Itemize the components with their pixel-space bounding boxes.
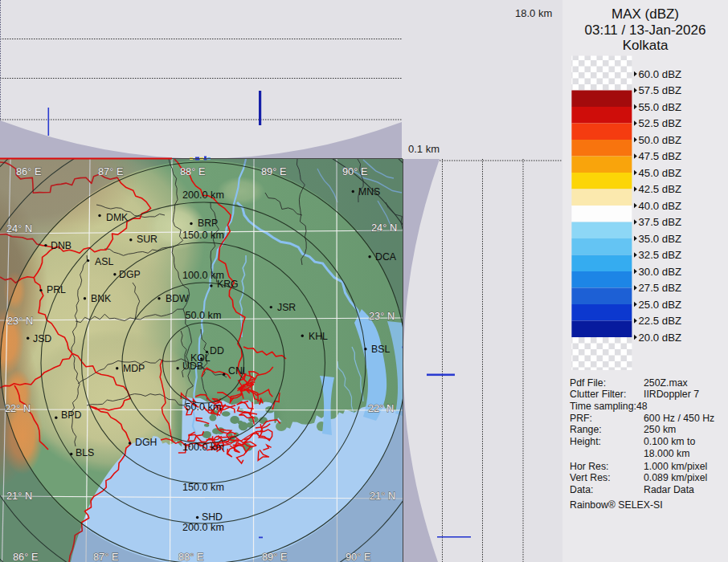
svg-text:90° E: 90° E [342, 165, 367, 177]
svg-text:DNB: DNB [51, 240, 72, 251]
svg-text:MAX (dBZ): MAX (dBZ) [611, 6, 679, 22]
svg-text:Time sampling:48: Time sampling:48 [570, 401, 648, 412]
svg-text:CNI: CNI [228, 365, 245, 377]
svg-text:52.5 dBZ: 52.5 dBZ [639, 117, 682, 129]
svg-text:Clutter Filter:: Clutter Filter: [570, 389, 626, 400]
svg-text:50.0 km: 50.0 km [186, 310, 222, 321]
svg-text:Hor Res:: Hor Res: [570, 461, 609, 472]
svg-text:30.0 dBZ: 30.0 dBZ [639, 266, 682, 278]
svg-text:60.0 dBZ: 60.0 dBZ [639, 68, 682, 80]
svg-text:45.0 dBZ: 45.0 dBZ [639, 167, 682, 179]
svg-text:0.1 km: 0.1 km [408, 143, 440, 155]
svg-text:250Z.max: 250Z.max [644, 377, 689, 389]
svg-text:90° E: 90° E [346, 551, 370, 562]
svg-text:88° E: 88° E [180, 165, 205, 177]
svg-text:21° N: 21° N [370, 490, 395, 502]
svg-text:BDW: BDW [166, 293, 189, 304]
svg-text:DCA: DCA [375, 251, 397, 263]
svg-text:24° N: 24° N [371, 222, 397, 234]
svg-text:DMK: DMK [106, 212, 129, 223]
svg-text:PRF:: PRF: [570, 413, 592, 424]
svg-text:25.0 dBZ: 25.0 dBZ [639, 299, 682, 311]
svg-text:200.0 km: 200.0 km [182, 189, 224, 201]
svg-text:40.0 dBZ: 40.0 dBZ [639, 200, 682, 212]
svg-text:Range:: Range: [570, 424, 602, 435]
svg-text:KHL: KHL [309, 331, 328, 342]
svg-text:150.0 km: 150.0 km [182, 482, 224, 493]
svg-text:22° N: 22° N [5, 402, 31, 414]
svg-text:03:11 / 13-Jan-2026: 03:11 / 13-Jan-2026 [585, 22, 706, 38]
svg-text:SHD: SHD [202, 511, 223, 523]
svg-text:BNK: BNK [91, 293, 112, 304]
svg-text:50.0 km: 50.0 km [186, 401, 222, 413]
svg-text:JSD: JSD [33, 333, 51, 344]
svg-text:JSR: JSR [277, 302, 296, 313]
svg-text:0.089 km/pixel: 0.089 km/pixel [644, 472, 707, 483]
svg-text:Vert Res:: Vert Res: [570, 472, 611, 483]
svg-text:MDP: MDP [123, 363, 145, 374]
svg-text:BPD: BPD [61, 409, 81, 421]
svg-text:100.0 km: 100.0 km [182, 442, 224, 453]
svg-text:18.0 km: 18.0 km [515, 7, 552, 19]
svg-text:35.0 dBZ: 35.0 dBZ [639, 233, 682, 245]
svg-text:ASL: ASL [95, 256, 113, 267]
svg-text:BSL: BSL [371, 344, 390, 355]
svg-text:Height:: Height: [570, 436, 601, 447]
svg-text:32.5 dBZ: 32.5 dBZ [639, 249, 682, 261]
svg-text:250 km: 250 km [644, 424, 676, 435]
svg-text:88° E: 88° E [178, 551, 203, 562]
svg-text:Rainbow® SELEX-SI: Rainbow® SELEX-SI [570, 499, 663, 511]
svg-text:21° N: 21° N [6, 490, 32, 502]
svg-text:200.0 km: 200.0 km [182, 522, 224, 533]
svg-text:50.0 dBZ: 50.0 dBZ [639, 134, 682, 146]
svg-text:PRL: PRL [47, 284, 66, 295]
svg-text:22° N: 22° N [368, 402, 394, 414]
svg-text:24° N: 24° N [6, 222, 32, 234]
svg-text:89° E: 89° E [262, 551, 287, 562]
svg-text:UDB: UDB [182, 360, 203, 372]
svg-text:20.0 dBZ: 20.0 dBZ [639, 332, 682, 344]
svg-text:Radar Data: Radar Data [644, 484, 694, 495]
svg-text:22.5 dBZ: 22.5 dBZ [639, 315, 682, 327]
svg-text:87° E: 87° E [98, 165, 123, 177]
svg-text:23° N: 23° N [369, 310, 395, 322]
svg-text:57.5 dBZ: 57.5 dBZ [639, 84, 682, 96]
svg-text:87° E: 87° E [93, 551, 118, 562]
svg-text:KRG: KRG [217, 279, 239, 290]
svg-text:47.5 dBZ: 47.5 dBZ [639, 150, 682, 162]
svg-text:Kolkata: Kolkata [623, 38, 669, 53]
svg-text:86° E: 86° E [16, 165, 41, 177]
svg-text:150.0 km: 150.0 km [182, 230, 224, 241]
svg-text:DGP: DGP [119, 269, 141, 280]
svg-text:IIRDoppler 7: IIRDoppler 7 [644, 389, 699, 400]
svg-text:89° E: 89° E [261, 165, 286, 177]
svg-text:DD: DD [210, 345, 224, 356]
svg-text:DGH: DGH [135, 437, 157, 448]
svg-text:BRP: BRP [198, 218, 218, 229]
svg-text:55.0 dBZ: 55.0 dBZ [639, 101, 682, 113]
svg-text:0.100 km to: 0.100 km to [644, 436, 695, 447]
svg-text:SUR: SUR [137, 234, 157, 245]
svg-text:Pdf File:: Pdf File: [570, 377, 606, 389]
svg-text:18.000 km: 18.000 km [644, 448, 689, 459]
svg-text:1.000 km/pixel: 1.000 km/pixel [644, 461, 707, 472]
svg-text:23° N: 23° N [7, 315, 33, 327]
svg-text:27.5 dBZ: 27.5 dBZ [639, 282, 682, 294]
svg-text:MNS: MNS [358, 186, 380, 198]
svg-text:42.5 dBZ: 42.5 dBZ [639, 183, 682, 195]
svg-text:37.5 dBZ: 37.5 dBZ [639, 216, 682, 228]
svg-text:600 Hz / 450 Hz: 600 Hz / 450 Hz [644, 413, 714, 424]
svg-text:86° E: 86° E [13, 551, 38, 562]
svg-text:Data:: Data: [570, 484, 593, 495]
svg-text:BLS: BLS [76, 447, 94, 458]
